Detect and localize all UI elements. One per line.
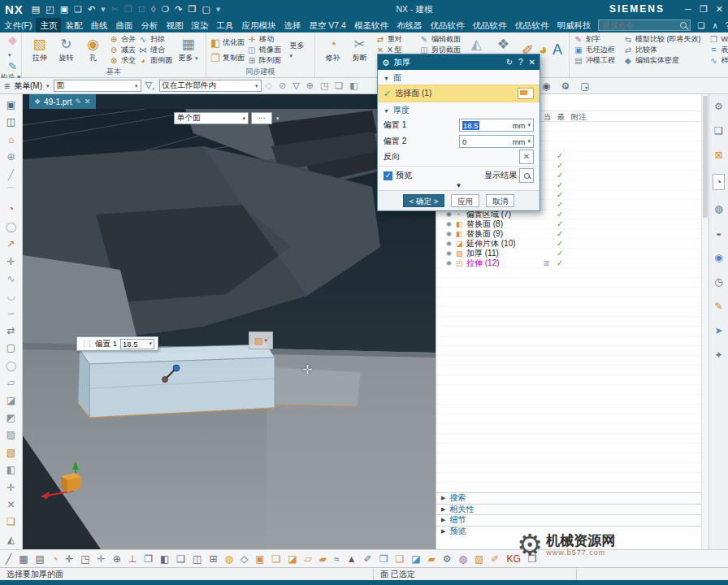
web-browser-icon[interactable]: ◉ (714, 252, 722, 263)
feature-extend-sheet[interactable]: ◉ ◪ 延伸片体 (10) ✓ (436, 239, 702, 249)
point-vector-icon[interactable]: ↗ (6, 236, 15, 253)
offset-value-field[interactable]: 18.5▾ (120, 339, 154, 349)
ribbon-tab[interactable]: 星空 V7.4 (305, 18, 350, 32)
kg-icon[interactable]: KG (506, 553, 520, 565)
dialog-help-icon[interactable]: ? (518, 58, 523, 67)
face-orange-icon[interactable]: ◔ (52, 553, 58, 565)
thicken-tool-icon[interactable]: ▧ (6, 444, 15, 462)
boxes-orange-icon[interactable]: ❏ (395, 553, 404, 565)
ribbon-tab[interactable]: 优品软件 (510, 18, 552, 32)
save-as-icon[interactable]: ❏ (74, 5, 82, 14)
feature-thicken[interactable]: ◉ ▨ 加厚 (11) ✓ (436, 249, 702, 258)
hole-button[interactable]: ◉ 孔 (80, 37, 106, 63)
sheet-icon-4[interactable]: ▨ (6, 427, 15, 444)
customize-icon[interactable]: ⚙ (714, 101, 723, 112)
part-navigator-icon[interactable]: ◔ (713, 174, 725, 190)
closed-profile-icon[interactable]: ◯ (6, 358, 16, 375)
sheet-tool-icon-1[interactable]: ▱ (305, 553, 312, 565)
feature-replace-face-8[interactable]: ◉ ◧ 替换面 (8) ✓ (436, 219, 702, 229)
tools-icon[interactable]: ◭ (7, 531, 15, 548)
datum-cylinder-icon[interactable]: ⊕ (6, 149, 15, 166)
preview-checkbox[interactable]: ✓ (384, 171, 392, 180)
die-engineering-button[interactable]: ▤ 冲模工程 (574, 55, 615, 66)
arc-tool-icon[interactable]: ⌒ (6, 184, 16, 201)
extrude-button[interactable]: ▧ 拉伸 (26, 37, 53, 63)
unit-dropdown-icon[interactable]: ▾ (527, 138, 531, 145)
close-x-tool-icon[interactable]: ✕ (6, 496, 15, 514)
viewport-canvas[interactable] (23, 109, 436, 549)
ribbon-tab[interactable]: 模圣软件 (350, 18, 392, 32)
model-compare-button[interactable]: ⇆ 模型比较 (即将失效) (623, 34, 701, 45)
s-curve-icon[interactable]: ∽ (6, 306, 15, 323)
dialog-reset-icon[interactable]: ↻ (506, 58, 513, 67)
more-commands-icon[interactable]: ▾ (216, 5, 221, 14)
more-basic-button[interactable]: ▦ 更多 ▾ (175, 37, 202, 63)
ribbon-tab[interactable]: 文件(F) (0, 18, 36, 32)
ribbon-tab[interactable]: 优品软件 (468, 18, 510, 32)
nav-settings-icon[interactable]: ⚙ ▾ (561, 80, 570, 92)
u-curve-icon[interactable]: ◡ (6, 288, 15, 305)
plus2-tool-icon[interactable]: ✛ (6, 479, 15, 496)
plus-tool-icon[interactable]: ✛ (6, 254, 15, 271)
show-result-button[interactable] (519, 168, 534, 183)
reorder-button[interactable]: ⇄ 重对 (375, 34, 417, 45)
face-blend-button[interactable]: ◕ 面倒圆 (138, 55, 172, 66)
expressions-button[interactable]: = 表达式 (708, 45, 728, 55)
copy-face-button[interactable]: ❐ 复制面 (210, 50, 245, 66)
dialog-title-bar[interactable]: ⚙ 加厚 ↻ ? ✕ (378, 54, 540, 70)
sweep-button[interactable]: ∿ 扫掠 (138, 34, 172, 45)
iso-box-icon[interactable]: ◇ (240, 553, 248, 565)
home-view-icon[interactable]: ⌂ (8, 132, 14, 149)
face-select-icon[interactable] (518, 88, 534, 99)
constraint-navigator-icon[interactable]: ⊠ (714, 150, 722, 161)
cut-icon[interactable]: ✂ (111, 5, 119, 14)
shaded-select-icon[interactable]: ◧ (349, 80, 358, 91)
revolve-button[interactable]: ↻ 旋转 (53, 37, 80, 63)
roles-icon[interactable]: ➤ (714, 325, 722, 336)
ribbon-tab[interactable]: 布线器 (392, 18, 427, 32)
point-snap-icon[interactable]: ⊕ (306, 80, 314, 91)
sheets-blue-icon[interactable]: ◪ (411, 553, 420, 565)
pattern-geometry-icon[interactable]: ⊞ (209, 553, 217, 565)
offset1-input[interactable]: 18.5 mm ▾ (459, 119, 534, 132)
brush2-icon[interactable]: ✐ (364, 553, 372, 565)
ok-button[interactable]: < 确定 > (403, 194, 444, 207)
datum-plane-icon[interactable]: ▦ (19, 553, 28, 565)
navigator-scrollbar[interactable] (701, 94, 708, 549)
snap-cube-icon[interactable]: ◇ (266, 80, 272, 91)
sheet-tool-icon-2[interactable]: ▰ (319, 553, 327, 565)
fullscreen-icon[interactable]: ❏ (697, 21, 704, 30)
no-selection-icon[interactable]: ⊘ (279, 80, 286, 91)
sketch-profile-icon[interactable]: ◆ ▾ (8, 33, 17, 59)
sketch-grid-icon[interactable]: ▤ (36, 553, 45, 565)
unit-dropdown-icon[interactable]: ▾ (527, 122, 531, 128)
break-button[interactable]: ✂ 剪断 (346, 37, 373, 63)
maximize-button[interactable]: ❐ (700, 4, 708, 15)
floating-handle-box[interactable]: ▧ ▾ (249, 332, 273, 349)
feature-replace-face-9[interactable]: ◉ ◧ 替换面 (9) ✓ (436, 229, 702, 239)
box-orange-icon[interactable]: ▧ (474, 553, 483, 565)
spline-button[interactable]: ∿ 样条 (即将失效) (708, 55, 728, 66)
profile-rect-icon[interactable]: ▢ (6, 340, 15, 357)
filter-box-icon[interactable]: ▽ (292, 80, 299, 91)
minimize-button[interactable]: ─ (685, 4, 691, 14)
ribbon-tab[interactable]: 选择 (280, 18, 305, 32)
more-sync-button[interactable]: 更多▾ (284, 41, 310, 59)
minimize-ribbon-icon[interactable]: ∧ (712, 21, 717, 30)
move-face-button[interactable]: ✛ 移动 (247, 34, 281, 45)
scope-type-dropdown[interactable]: 单个面▾ (174, 112, 249, 124)
face-section-header[interactable]: ▼面 (378, 70, 540, 84)
copy-icon[interactable]: ❐ (124, 5, 132, 14)
part-tab[interactable]: ❖ 49-1.prt ✎ ✕ (29, 94, 96, 109)
sheet-orange-icon[interactable]: ▰ (428, 553, 436, 565)
frame-select-icon[interactable]: ❏ (335, 80, 343, 91)
slope-analysis-icon[interactable]: ▲ (347, 553, 357, 565)
circle-radius-icon[interactable]: ◔ (8, 201, 14, 218)
section-details[interactable]: ▶ 细节 (436, 514, 702, 526)
close-button[interactable]: ✕ (716, 4, 723, 15)
offset2-input[interactable]: 0 mm ▾ (459, 135, 534, 148)
compare-body-button[interactable]: ⇄ 比较体 (623, 45, 701, 55)
edit-density-button[interactable]: ◆ 编辑实体密度 (623, 55, 701, 66)
redo-icon[interactable]: ↷ (175, 5, 182, 14)
line-tool-icon[interactable]: ╱ (8, 167, 14, 184)
